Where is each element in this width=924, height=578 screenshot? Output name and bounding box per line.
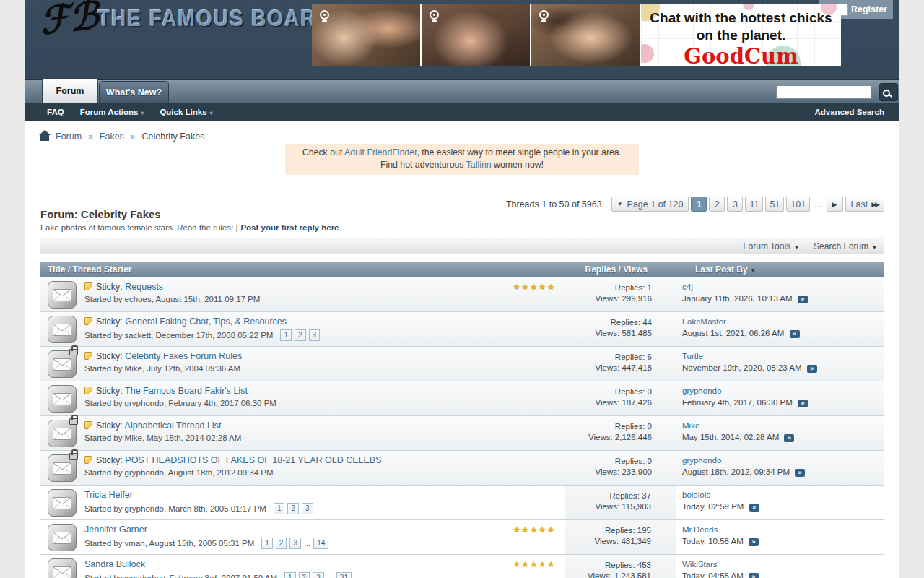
thread-page-link[interactable]: 1 (284, 572, 296, 578)
thread-status-icon (48, 316, 77, 343)
column-last-post-by[interactable]: Last Post By▼ (676, 264, 884, 275)
last-post-user-link[interactable]: gryphondo (682, 455, 721, 466)
last-post-user-link[interactable]: bolololo (682, 490, 711, 501)
page-button-1[interactable]: 1 (691, 197, 707, 212)
thread-page-link[interactable]: 1 (261, 538, 273, 549)
thread-title-link[interactable]: The Famous Board Fakir's List (125, 386, 248, 396)
thread-meta-line: Started by Mike, July 12th, 2004 09:36 A… (84, 364, 565, 373)
last-post-user-link[interactable]: c4j (682, 282, 693, 293)
breadcrumb-forum[interactable]: Forum (56, 131, 82, 142)
thread-page-link[interactable]: 2 (295, 329, 306, 341)
subnav-quick-links[interactable]: Quick Links▾ (160, 108, 212, 116)
thread-status-icon (48, 385, 77, 413)
thread-page-link[interactable]: 3 (302, 503, 313, 514)
column-title-thread-starter[interactable]: Title / Thread Starter (40, 264, 565, 275)
last-post-user-link[interactable]: Mike (682, 420, 699, 431)
search-input[interactable] (776, 85, 871, 99)
last-post-cell: WikiStarsToday, 04:55 AM » (676, 555, 884, 578)
thread-title-link[interactable]: Sandra Bullock (84, 559, 145, 569)
thread-starter: Started by gryphondo, March 8th, 2005 01… (84, 504, 266, 513)
ad-photo-3[interactable] (531, 4, 640, 66)
last-post-user-link[interactable]: Turtle (682, 351, 703, 362)
ad-banner[interactable]: Chat with the hottest chicks on the plan… (312, 4, 841, 66)
column-replies-views[interactable]: Replies / Views (565, 264, 676, 275)
thread-page-link[interactable]: 3 (289, 538, 301, 549)
notice-link-tallinn[interactable]: Tallinn (466, 160, 492, 170)
search-forum-menu[interactable]: Search Forum▼ (814, 241, 877, 251)
thread-page-link[interactable]: 2 (299, 572, 310, 578)
search-button[interactable] (879, 83, 898, 101)
last-page-button[interactable]: Last▶▶ (845, 197, 884, 212)
site-title[interactable]: THE FAMOUS BOARD (97, 6, 333, 32)
chevron-down-icon: ▼ (872, 245, 877, 250)
sticky-note-icon (84, 456, 92, 464)
goto-last-post-icon[interactable]: » (798, 400, 808, 407)
goto-last-post-icon[interactable]: » (749, 504, 759, 512)
thread-page-link[interactable]: 1 (274, 503, 285, 514)
thread-title-cell: Sticky: The Famous Board Fakir's ListSta… (84, 381, 565, 415)
thread-page-link[interactable]: 3 (309, 329, 321, 341)
page-selector-button[interactable]: ▼Page 1 of 120 (611, 197, 689, 212)
last-post-user-link[interactable]: WikiStars (682, 559, 718, 570)
views-count: Views: 447,418 (565, 363, 652, 374)
thread-page-link[interactable]: 2 (276, 538, 287, 549)
tab-whats-new[interactable]: What's New? (99, 81, 169, 103)
thread-title-link[interactable]: Alphabetical Thread List (125, 420, 222, 431)
ad-photo-2[interactable] (422, 4, 530, 66)
thread-title-line: Sticky: Alphabetical Thread List (84, 420, 565, 431)
page-button-11[interactable]: 11 (745, 197, 763, 212)
thread-page-link[interactable]: 31 (336, 572, 352, 578)
thread-icon-cell (40, 520, 84, 554)
replies-count: Replies: 6 (565, 352, 652, 363)
breadcrumb-separator-icon: » (88, 131, 93, 142)
replies-count: Replies: 0 (565, 456, 652, 467)
home-icon[interactable] (40, 135, 49, 141)
thread-title-link[interactable]: Celebrity Fakes Forum Rules (125, 351, 242, 361)
forum-tools-menu[interactable]: Forum Tools▼ (743, 241, 799, 251)
page-button-3[interactable]: 3 (727, 197, 743, 212)
next-page-button[interactable]: ▶ (827, 197, 843, 212)
breadcrumb-fakes[interactable]: Fakes (100, 131, 124, 142)
advanced-search-link[interactable]: Advanced Search (814, 108, 884, 116)
register-link[interactable]: Register (851, 4, 887, 14)
thread-title-link[interactable]: POST HEADSHOTS OF FAKES OF 18-21 YEAR OL… (125, 455, 381, 465)
subnav-quick-links-label: Quick Links (160, 108, 206, 116)
goto-last-post-icon[interactable]: » (749, 573, 759, 578)
last-post-user-link[interactable]: FakeMaster (682, 316, 726, 327)
page-button-101[interactable]: 101 (786, 197, 810, 212)
thread-title-link[interactable]: General Faking Chat, Tips, & Resources (125, 316, 287, 327)
post-first-reply-link[interactable]: Post your first reply here (240, 223, 339, 232)
goto-last-post-icon[interactable]: » (790, 330, 800, 338)
goto-last-post-icon[interactable]: » (807, 365, 817, 373)
sticky-prefix: Sticky: (96, 282, 125, 292)
replies-views-cell: Replies: 44Views: 581,485 (565, 312, 676, 346)
last-post-cell: bolololoToday, 02:59 PM » (676, 486, 884, 519)
goto-last-post-icon[interactable]: » (795, 469, 805, 477)
page-button-51[interactable]: 51 (765, 197, 784, 212)
goto-last-post-icon[interactable]: » (784, 434, 794, 442)
tab-forum[interactable]: Forum (42, 78, 98, 103)
last-post-date: August 18th, 2012, 09:34 PM » (682, 467, 884, 478)
last-post-user-link[interactable]: Mr.Deeds (682, 525, 718, 535)
subnav-forum-actions[interactable]: Forum Actions▾ (80, 108, 144, 116)
page-button-2[interactable]: 2 (709, 197, 725, 212)
ad-text-panel[interactable]: Chat with the hottest chicks on the plan… (641, 4, 841, 66)
subnav-faq[interactable]: FAQ (47, 108, 64, 116)
thread-page-link[interactable]: 2 (287, 503, 299, 514)
thread-page-link[interactable]: 1 (280, 329, 292, 341)
site-logo-monogram[interactable]: ℱℬ (38, 0, 101, 43)
replies-count: Replies: 0 (565, 421, 652, 432)
thread-title-link[interactable]: Requests (125, 282, 163, 292)
thread-title-link[interactable]: Tricia Helfer (84, 490, 133, 500)
notice-link-adultfriendfinder[interactable]: Adult FriendFinder (344, 147, 417, 158)
thread-title-link[interactable]: Jennifer Garner (84, 525, 147, 535)
ad-photo-1[interactable] (312, 4, 420, 66)
goto-last-post-icon[interactable]: » (798, 296, 808, 303)
thread-page-link[interactable]: 14 (313, 538, 328, 549)
last-post-user-link[interactable]: gryphondo (682, 386, 721, 397)
thread-meta-line: Started by Mike, May 15th, 2014 02:28 AM (84, 434, 565, 442)
goto-last-post-icon[interactable]: » (749, 538, 759, 546)
sticky-note-icon (84, 282, 92, 290)
replies-views-cell: Replies: 453Views: 1,243,581 (565, 555, 676, 578)
thread-page-link[interactable]: 3 (313, 572, 324, 578)
